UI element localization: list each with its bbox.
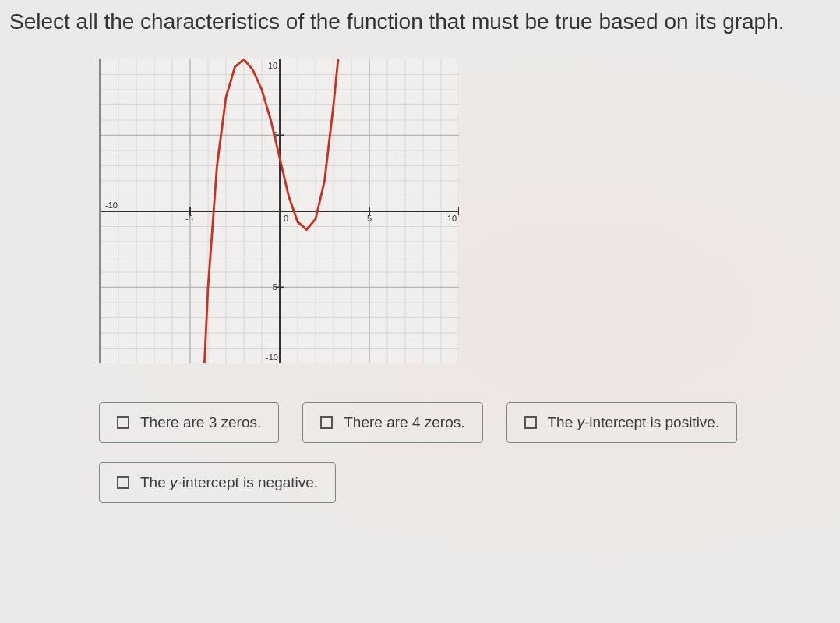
y-tick-pos10: 10	[268, 61, 277, 70]
option-label: There are 4 zeros.	[344, 414, 464, 431]
checkbox-icon	[117, 416, 129, 429]
x-tick-pos10: 10	[447, 214, 457, 223]
y-tick-neg10: -10	[266, 352, 278, 362]
option-label: The y-intercept is positive.	[548, 414, 720, 431]
x-tick-pos5: 5	[367, 214, 372, 223]
option-4-zeros[interactable]: There are 4 zeros.	[302, 402, 482, 443]
question-text: Select all the characteristics of the fu…	[9, 8, 831, 36]
option-3-zeros[interactable]: There are 3 zeros.	[99, 402, 279, 443]
option-label: There are 3 zeros.	[140, 414, 261, 431]
function-graph: -10 -5 0 5 10 10 5 -5 -10	[99, 59, 457, 363]
answer-options: There are 3 zeros. There are 4 zeros. Th…	[99, 402, 831, 503]
checkbox-icon	[524, 416, 537, 429]
checkbox-icon	[320, 416, 333, 429]
option-label: The y-intercept is negative.	[140, 474, 318, 491]
option-y-intercept-negative[interactable]: The y-intercept is negative.	[99, 462, 336, 503]
checkbox-icon	[117, 476, 129, 489]
x-tick-neg5: -5	[185, 214, 193, 223]
option-y-intercept-positive[interactable]: The y-intercept is positive.	[506, 402, 738, 443]
chart-container: -10 -5 0 5 10 10 5 -5 -10	[99, 59, 831, 363]
y-tick-neg5: -5	[270, 282, 277, 292]
x-tick-neg10: -10	[105, 200, 118, 210]
origin-label: 0	[284, 214, 288, 223]
